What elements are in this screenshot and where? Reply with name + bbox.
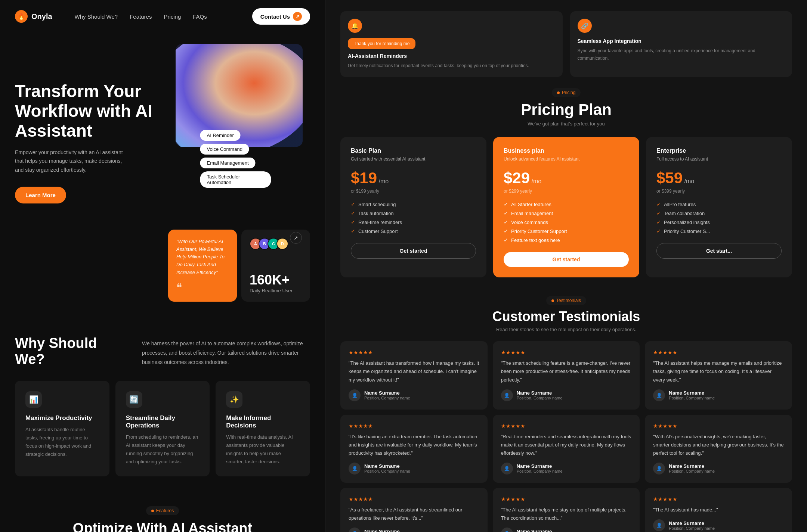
author-pos-1: Position, Company name <box>517 396 563 400</box>
feature-icon-productivity: 📊 <box>25 391 42 408</box>
author-name-3: Name Surname <box>364 463 410 469</box>
plan-cta-basic[interactable]: Get started <box>351 243 476 259</box>
text-0: "The AI assistant has transformed how I … <box>349 359 479 384</box>
plan-cta-business[interactable]: Get started <box>504 252 629 267</box>
plan-cta-enterprise[interactable]: Get start... <box>656 243 782 259</box>
testimonial-0: ★★★★★ "The AI assistant has transformed … <box>340 341 488 409</box>
feat-card-desc-0: Get timely notifications for important e… <box>348 62 555 69</box>
pricing-section: Pricing Pricing Plan We've got plan that… <box>325 84 807 289</box>
feature-card-2: ✨ Make Informed Decisions With real-time… <box>216 381 310 476</box>
avatar-7: 👤 <box>501 528 513 532</box>
plan-yearly-business: or $299 yearly <box>504 189 629 194</box>
right-panel: 🔔 Thank you for reminding me AI-Assistan… <box>325 0 807 532</box>
pricing-badge: Pricing <box>552 88 581 97</box>
check-icon: ✓ <box>351 201 355 207</box>
plan-features-enterprise: ✓AllPro features ✓Team collaboration ✓Pe… <box>656 201 782 234</box>
stars-1: ★★★★★ <box>501 349 632 355</box>
plan-yearly-enterprise: or $399 yearly <box>656 189 782 194</box>
plan-price-enterprise: $59 <box>656 169 683 187</box>
nav-link-pricing[interactable]: Pricing <box>164 13 181 20</box>
quote-card: "With Our Powerful AI Assistant, We Beli… <box>168 230 237 302</box>
text-6: "As a freelancer, the AI assistant has s… <box>349 506 479 522</box>
avatar-3: 👤 <box>349 463 361 475</box>
avatar-4: D <box>276 238 288 250</box>
author-name-8: Name Surname <box>669 520 715 526</box>
author-8: 👤 Name Surname Position, Company name <box>653 519 784 531</box>
avatar-2: 👤 <box>653 389 665 401</box>
nav-link-why[interactable]: Why Should We? <box>75 13 118 20</box>
stars-0: ★★★★★ <box>349 349 479 355</box>
feat-card-title-0: AI-Assistant Reminders <box>348 53 555 59</box>
stars-6: ★★★★★ <box>349 496 479 502</box>
stat-label: Daily Realtime User <box>250 288 302 293</box>
avatar-0: 👤 <box>349 389 361 401</box>
feature-support: ✓Customer Support <box>351 228 476 234</box>
text-3: "It's like having an extra team member. … <box>349 433 479 457</box>
pricing-dot <box>557 91 560 94</box>
quote-icon: ❝ <box>176 281 229 293</box>
nav-link-features[interactable]: Features <box>130 13 152 20</box>
feature-task-auto: ✓Task automation <box>351 210 476 216</box>
author-pos-2: Position, Company name <box>669 396 715 400</box>
avatar-1: 👤 <box>501 389 513 401</box>
author-name-0: Name Surname <box>364 390 410 396</box>
pricing-subtitle: We've got plan that's perfect for you <box>340 121 792 127</box>
testimonial-2: ★★★★★ "The AI assistant helps me manage … <box>645 341 792 409</box>
feature-chips: AI Reminder Voice Command Email Manageme… <box>200 130 271 188</box>
author-pos-0: Position, Company name <box>364 396 410 400</box>
check-icon: ✓ <box>351 210 355 216</box>
author-name-5: Name Surname <box>669 463 715 469</box>
check-icon: ✓ <box>656 201 661 207</box>
author-name-2: Name Surname <box>669 390 715 396</box>
stats-arrow[interactable]: ↗ <box>290 232 302 244</box>
why-title: Why Should We? <box>15 335 127 367</box>
biz-f4: ✓Feature text goes here <box>504 237 629 243</box>
plan-name-basic: Basic Plan <box>351 147 476 154</box>
testimonials-subtitle: Read their stories to see the real impac… <box>340 327 792 332</box>
stat-number: 160K+ <box>250 272 302 288</box>
why-section: Why Should We? We harness the power of A… <box>0 313 325 491</box>
nav-link-faqs[interactable]: FAQs <box>193 13 207 20</box>
feat-card-title-1: Seamless App Integration <box>578 38 785 44</box>
chip-email: Email Management <box>200 158 256 168</box>
ent-f0: ✓AllPro features <box>656 201 782 207</box>
plan-features-basic: ✓Smart scheduling ✓Task automation ✓Real… <box>351 201 476 234</box>
testimonials-header: Testimonials Customer Testimonials Read … <box>340 296 792 332</box>
plan-name-business: Business plan <box>504 147 629 154</box>
ent-f1: ✓Team collaboration <box>656 210 782 216</box>
testimonials-title: Customer Testimonials <box>340 309 792 324</box>
check-icon: ✓ <box>504 201 508 207</box>
badge-dot <box>151 510 154 512</box>
stats-avatars: A B C D <box>250 238 288 250</box>
feature-card-1: 🔄 Streamline Daily Operations From sched… <box>115 381 210 476</box>
hero-section: Transform Your Workflow with AI Assistan… <box>0 33 325 313</box>
pricing-cards: Basic Plan Get started with essential AI… <box>340 137 792 277</box>
learn-more-button[interactable]: Learn More <box>15 187 66 203</box>
ent-f2: ✓Personalized insights <box>656 219 782 225</box>
plan-yearly-basic: or $199 yearly <box>351 189 476 194</box>
contact-us-button[interactable]: Contact Us ↗ <box>252 8 310 25</box>
feature-title-1: Streamline Daily Operations <box>126 414 200 429</box>
author-2: 👤 Name Surname Position, Company name <box>653 389 784 401</box>
text-8: "The AI assistant has made..." <box>653 506 784 514</box>
author-0: 👤 Name Surname Position, Company name <box>349 389 479 401</box>
pricing-badge-label: Pricing <box>562 90 576 95</box>
stars-3: ★★★★★ <box>349 423 479 429</box>
pricing-header: Pricing Pricing Plan We've got plan that… <box>340 88 792 127</box>
avatar-4: 👤 <box>501 463 513 475</box>
text-7: "The AI assistant helps me stay on top o… <box>501 506 632 522</box>
stars-7: ★★★★★ <box>501 496 632 502</box>
plan-features-business: ✓All Starter features ✓Email management … <box>504 201 629 243</box>
chat-bubble: Thank you for reminding me <box>348 38 415 49</box>
pricing-card-business: Business plan Unlock advanced features A… <box>493 137 639 277</box>
check-icon: ✓ <box>351 228 355 234</box>
biz-f0: ✓All Starter features <box>504 201 629 207</box>
testimonial-6: ★★★★★ "As a freelancer, the AI assistant… <box>340 488 488 532</box>
ent-f3: ✓Priority Customer S... <box>656 228 782 234</box>
plan-period-basic: /mo <box>379 178 389 184</box>
plan-name-enterprise: Enterprise <box>656 147 782 154</box>
plan-tagline-basic: Get started with essential AI assistant <box>351 156 476 162</box>
why-header: Why Should We? We harness the power of A… <box>15 335 310 367</box>
author-3: 👤 Name Surname Position, Company name <box>349 463 479 475</box>
feature-title-2: Make Informed Decisions <box>226 414 300 429</box>
